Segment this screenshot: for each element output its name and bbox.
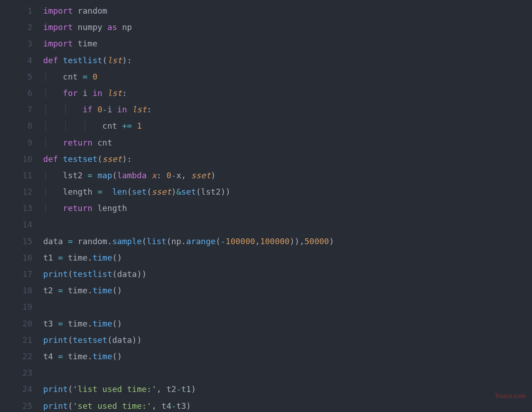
code-token: (np. <box>166 236 186 246</box>
code-token: sset <box>102 154 122 164</box>
code-line: t2 = time.time() <box>43 282 532 299</box>
code-token: def <box>43 55 58 65</box>
code-token: t3 <box>43 319 58 328</box>
code-token: , t4 <box>151 401 171 411</box>
code-token: time. <box>63 253 92 262</box>
code-token: for <box>63 88 78 98</box>
code-line: │ │ │ cnt += 1 <box>43 118 532 134</box>
line-number: 8 <box>0 118 32 134</box>
watermark-text: Yuucn.com <box>495 387 526 404</box>
code-token: numpy <box>73 22 107 32</box>
code-token: = <box>58 286 63 295</box>
line-number: 17 <box>0 266 32 282</box>
code-token: )), <box>290 236 305 246</box>
line-number: 14 <box>0 216 32 233</box>
code-token <box>92 171 97 180</box>
code-token <box>102 88 107 98</box>
line-number: 21 <box>0 332 32 348</box>
code-line: │ lst2 = map(lambda x: 0-x, sset) <box>43 167 532 184</box>
code-token: () <box>112 319 122 328</box>
code-token: x, <box>176 171 191 180</box>
code-token: │ <box>43 88 63 98</box>
code-token: time <box>92 352 112 361</box>
code-token: lst <box>107 55 122 65</box>
code-token: t1 <box>43 253 58 262</box>
code-token: (data)) <box>107 335 142 345</box>
code-token: ): <box>122 55 132 65</box>
code-token: ( <box>68 384 73 394</box>
line-number: 19 <box>0 299 32 315</box>
line-number: 3 <box>0 35 32 52</box>
code-token: i <box>107 105 117 114</box>
line-number: 5 <box>0 69 32 85</box>
code-line: print(testlist(data)) <box>43 266 532 282</box>
code-token: cnt <box>63 72 82 81</box>
code-token <box>127 105 132 114</box>
code-token: ) <box>171 187 176 196</box>
code-token <box>88 72 93 81</box>
code-line: │ length = len(set(sset)&set(lst2)) <box>43 184 532 200</box>
code-token: ( <box>68 401 73 411</box>
code-token: │ <box>43 138 63 147</box>
code-token: 50000 <box>304 236 329 246</box>
code-token: = <box>58 352 63 361</box>
line-number: 7 <box>0 101 32 118</box>
code-token: data <box>43 236 68 246</box>
code-token: ( <box>142 236 147 246</box>
code-token: time <box>92 286 112 295</box>
code-line: def testlist(lst): <box>43 52 532 69</box>
code-token: sset <box>151 187 171 196</box>
code-line: import random <box>43 3 532 19</box>
code-token: ) <box>211 171 216 180</box>
code-token <box>132 121 137 131</box>
code-token: testset <box>73 335 107 345</box>
code-area: import randomimport numpy as npimport ti… <box>43 3 532 412</box>
code-token: time. <box>63 319 92 328</box>
code-token: ( <box>216 236 221 246</box>
line-number: 1 <box>0 3 32 19</box>
code-token: set <box>132 187 147 196</box>
code-token: ): <box>122 154 132 164</box>
code-token <box>58 55 63 65</box>
code-line: t1 = time.time() <box>43 250 532 266</box>
code-token: print <box>43 401 68 411</box>
code-token <box>58 154 63 164</box>
code-token: 'list used time:' <box>73 384 156 394</box>
code-token: 100000 <box>260 236 290 246</box>
code-token: │ │ │ <box>43 121 102 131</box>
code-token: 0 <box>166 171 171 180</box>
code-token: t2 <box>43 286 58 295</box>
line-number: 13 <box>0 200 32 216</box>
code-token: ( <box>97 154 102 164</box>
code-token: - <box>221 236 226 246</box>
code-token: , t2 <box>156 384 176 394</box>
code-line: import time <box>43 35 532 52</box>
code-token: = <box>68 236 73 246</box>
code-token: = <box>83 72 88 81</box>
code-token: │ <box>43 171 63 180</box>
line-number: 12 <box>0 184 32 200</box>
code-token: sset <box>191 171 211 180</box>
code-token: : <box>156 171 166 180</box>
line-number: 15 <box>0 233 32 250</box>
code-token: time. <box>63 286 92 295</box>
code-token: = <box>88 171 93 180</box>
code-token: in <box>92 88 102 98</box>
code-line: def testset(sset): <box>43 151 532 167</box>
code-token: 0 <box>97 105 102 114</box>
code-line: │ return cnt <box>43 135 532 151</box>
code-token: time. <box>63 352 92 361</box>
line-number: 10 <box>0 151 32 167</box>
code-line: print(testset(data)) <box>43 332 532 348</box>
code-token: = <box>97 187 102 196</box>
code-token: lambda <box>117 171 147 180</box>
code-token: lst <box>132 105 147 114</box>
line-number: 18 <box>0 282 32 299</box>
code-token: def <box>43 154 58 164</box>
code-token: sample <box>112 236 142 246</box>
code-token: () <box>112 352 122 361</box>
code-token <box>92 105 97 114</box>
code-token: 1 <box>137 121 142 131</box>
code-token: return <box>63 203 92 213</box>
code-token: (data)) <box>112 269 147 279</box>
